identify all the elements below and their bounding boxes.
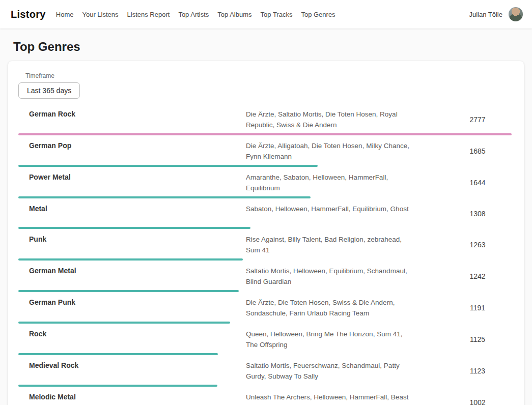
nav-item-top-albums[interactable]: Top Albums <box>217 11 251 18</box>
nav-item-home[interactable]: Home <box>56 11 74 18</box>
genre-row-content: Melodic Metal Unleash The Archers, Hello… <box>8 392 524 405</box>
genre-row: Punk Rise Against, Billy Talent, Bad Rel… <box>8 229 524 261</box>
genre-count: 1191 <box>414 304 512 312</box>
genre-count: 1125 <box>414 335 512 343</box>
genre-row-content: German Metal Saltatio Mortis, Helloween,… <box>8 266 524 287</box>
genre-row-content: German Punk Die Ärzte, Die Toten Hosen, … <box>8 297 524 319</box>
app-logo[interactable]: Listory <box>11 9 46 20</box>
genre-row-content: Power Metal Amaranthe, Sabaton, Hellowee… <box>8 172 524 193</box>
nav-item-top-tracks[interactable]: Top Tracks <box>261 11 293 18</box>
genre-count: 1002 <box>414 398 512 405</box>
timeframe-filter: Timeframe Last 365 days <box>8 72 524 99</box>
nav-item-your-listens[interactable]: Your Listens <box>82 11 118 18</box>
genre-count: 1685 <box>414 147 512 155</box>
genre-name: Rock <box>29 329 246 338</box>
genre-name: German Rock <box>29 109 246 118</box>
genre-artists: Saltatio Mortis, Helloween, Equilibrium,… <box>246 266 414 287</box>
genre-artists: Die Ärzte, Saltatio Mortis, Die Toten Ho… <box>246 109 414 130</box>
genre-artists: Saltatio Mortis, Feuerschwanz, Schandmau… <box>246 360 414 382</box>
genre-row: Power Metal Amaranthe, Sabaton, Hellowee… <box>8 167 524 198</box>
genre-count: 1308 <box>414 210 512 218</box>
genre-row-content: Punk Rise Against, Billy Talent, Bad Rel… <box>8 234 524 255</box>
genre-row: German Punk Die Ärzte, Die Toten Hosen, … <box>8 292 524 324</box>
genre-row: German Metal Saltatio Mortis, Helloween,… <box>8 261 524 292</box>
genre-row: Medieval Rock Saltatio Mortis, Feuerschw… <box>8 355 524 387</box>
genre-artists: Sabaton, Helloween, HammerFall, Equilibr… <box>246 204 414 214</box>
genre-name: Melodic Metal <box>29 392 246 401</box>
genre-name: German Metal <box>29 266 246 275</box>
genre-row: Rock Queen, Helloween, Bring Me The Hori… <box>8 324 524 355</box>
nav-item-top-genres[interactable]: Top Genres <box>301 11 335 18</box>
genre-name: German Pop <box>29 140 246 150</box>
genre-count: 1263 <box>414 241 512 249</box>
nav-item-top-artists[interactable]: Top Artists <box>178 11 209 18</box>
timeframe-select[interactable]: Last 365 days <box>18 82 80 99</box>
genre-row: German Pop Die Ärzte, Alligatoah, Die To… <box>8 135 524 167</box>
genre-name: Metal <box>29 204 246 213</box>
genre-artists: Amaranthe, Sabaton, Helloween, HammerFal… <box>246 172 414 193</box>
genre-count: 1123 <box>414 367 512 375</box>
user-name[interactable]: Julian Tölle <box>469 11 502 18</box>
genre-artists: Unleash The Archers, Helloween, HammerFa… <box>246 392 414 405</box>
user-avatar[interactable] <box>509 7 523 21</box>
genre-count: 2777 <box>414 115 512 124</box>
genre-row-content: Medieval Rock Saltatio Mortis, Feuerschw… <box>8 360 524 382</box>
timeframe-value: Last 365 days <box>27 86 71 95</box>
genre-artists: Rise Against, Billy Talent, Bad Religion… <box>246 234 414 255</box>
genre-row-content: German Rock Die Ärzte, Saltatio Mortis, … <box>8 109 524 130</box>
page-content: Top Genres Timeframe Last 365 days Germa… <box>0 40 532 405</box>
genre-name: Power Metal <box>29 172 246 181</box>
main-nav: HomeYour ListensListens ReportTop Artist… <box>56 11 469 18</box>
genre-artists: Queen, Helloween, Bring Me The Horizon, … <box>246 329 414 350</box>
genre-count: 1242 <box>414 272 512 280</box>
navbar-user-section: Julian Tölle <box>469 7 523 21</box>
genre-row-content: Rock Queen, Helloween, Bring Me The Hori… <box>8 329 524 350</box>
genre-name: German Punk <box>29 297 246 306</box>
nav-item-listens-report[interactable]: Listens Report <box>127 11 170 18</box>
genre-row: German Rock Die Ärzte, Saltatio Mortis, … <box>8 104 524 135</box>
top-genres-card: Timeframe Last 365 days German Rock Die … <box>8 61 524 405</box>
genre-name: Medieval Rock <box>29 360 246 369</box>
genre-list: German Rock Die Ärzte, Saltatio Mortis, … <box>8 104 524 405</box>
genre-row: Melodic Metal Unleash The Archers, Hello… <box>8 387 524 405</box>
navbar: Listory HomeYour ListensListens ReportTo… <box>0 0 532 28</box>
genre-row: Metal Sabaton, Helloween, HammerFall, Eq… <box>8 198 524 229</box>
timeframe-label: Timeframe <box>25 72 524 79</box>
genre-row-content: German Pop Die Ärzte, Alligatoah, Die To… <box>8 140 524 162</box>
genre-artists: Die Ärzte, Alligatoah, Die Toten Hosen, … <box>246 140 414 162</box>
page-title: Top Genres <box>13 40 524 54</box>
genre-count: 1644 <box>414 179 512 187</box>
genre-row-content: Metal Sabaton, Helloween, HammerFall, Eq… <box>8 204 524 224</box>
genre-name: Punk <box>29 234 246 243</box>
genre-artists: Die Ärzte, Die Toten Hosen, Swiss & Die … <box>246 297 414 319</box>
